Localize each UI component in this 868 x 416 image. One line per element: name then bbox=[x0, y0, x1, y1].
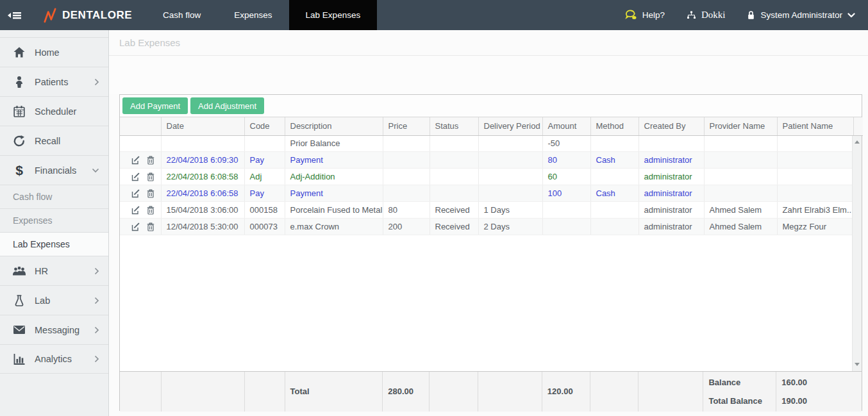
add-payment-button[interactable]: Add Payment bbox=[122, 97, 188, 114]
patients-icon bbox=[12, 76, 27, 88]
date-cell: 15/04/2018 3:06:00 bbox=[161, 202, 244, 219]
table-row: 22/04/2018 6:08:58 Adj Adj-Addition 60 a… bbox=[120, 169, 853, 185]
footer-delivery-cell bbox=[478, 372, 542, 412]
date-cell: 12/04/2018 5:30:00 bbox=[161, 219, 244, 235]
sidebar-item-label: Scheduler bbox=[35, 106, 99, 117]
edit-row-button[interactable] bbox=[131, 222, 140, 231]
sidebar-item-scheduler[interactable]: Scheduler bbox=[0, 96, 108, 126]
edit-row-button[interactable] bbox=[131, 189, 140, 198]
column-header-date[interactable]: Date bbox=[161, 117, 244, 135]
method-cell bbox=[590, 136, 638, 152]
sidebar-item-messaging[interactable]: Messaging bbox=[0, 315, 108, 344]
chevron-down-icon bbox=[847, 13, 855, 18]
delete-row-button[interactable] bbox=[147, 156, 154, 165]
edit-row-button[interactable] bbox=[131, 156, 140, 165]
sidebar-item-label: HR bbox=[35, 266, 94, 276]
edit-row-button[interactable] bbox=[131, 172, 140, 181]
footer-created-by-cell bbox=[638, 372, 703, 412]
sidebar-item-patients[interactable]: Patients bbox=[0, 67, 108, 96]
column-header-provider-name[interactable]: Provider Name bbox=[704, 117, 777, 135]
status-cell: Received bbox=[430, 219, 478, 235]
column-header-amount[interactable]: Amount bbox=[542, 117, 590, 135]
delivery-cell bbox=[478, 136, 542, 152]
column-header-description[interactable]: Description bbox=[285, 117, 383, 135]
grid-body: Prior Balance -50 bbox=[120, 136, 862, 371]
sidebar-item-recall[interactable]: Recall bbox=[0, 126, 108, 155]
column-header-price[interactable]: Price bbox=[383, 117, 430, 135]
method-cell: Cash bbox=[590, 185, 638, 202]
dollar-icon: $ bbox=[12, 163, 27, 177]
patient-cell bbox=[777, 152, 853, 169]
edit-icon bbox=[131, 206, 140, 215]
actions-cell bbox=[120, 152, 161, 169]
amount-cell: 100 bbox=[542, 185, 590, 202]
calendar-icon bbox=[12, 105, 27, 118]
table-row: 22/04/2018 6:09:30 Pay Payment 80 Cash a… bbox=[120, 152, 853, 169]
sidebar-item-financials[interactable]: $ Financials bbox=[0, 155, 108, 185]
chevron-down-icon bbox=[92, 168, 99, 173]
footer-code-cell bbox=[244, 372, 285, 412]
tab-lab-expenses[interactable]: Lab Expenses bbox=[289, 0, 378, 30]
price-cell bbox=[383, 136, 430, 152]
top-navbar: DENTALORE Cash flow Expenses Lab Expense… bbox=[0, 0, 868, 30]
column-header-delivery-period[interactable]: Delivery Period bbox=[478, 117, 542, 135]
column-header-code[interactable]: Code bbox=[244, 117, 285, 135]
sidebar-collapse-button[interactable] bbox=[0, 0, 29, 30]
brand-logo[interactable]: DENTALORE bbox=[44, 0, 132, 30]
sidebar-item-label: Recall bbox=[35, 136, 99, 146]
chevron-right-icon bbox=[94, 78, 99, 86]
sidebar-item-label: Lab bbox=[35, 295, 94, 306]
delete-row-button[interactable] bbox=[147, 172, 154, 181]
provider-cell bbox=[704, 152, 777, 169]
edit-icon bbox=[131, 222, 140, 231]
help-menu[interactable]: Help? bbox=[625, 10, 665, 21]
tab-expenses[interactable]: Expenses bbox=[217, 0, 288, 30]
sidebar-item-analytics[interactable]: Analytics bbox=[0, 344, 108, 374]
delete-row-button[interactable] bbox=[147, 206, 154, 215]
price-cell bbox=[383, 152, 430, 169]
column-header-patient-name[interactable]: Patient Name bbox=[777, 117, 853, 135]
sidebar-item-hr[interactable]: HR bbox=[0, 256, 108, 285]
navbar-tabs: Cash flow Expenses Lab Expenses bbox=[146, 0, 377, 30]
sidebar-item-cash-flow[interactable]: Cash flow bbox=[0, 185, 108, 208]
total-balance-label: Total Balance bbox=[708, 396, 776, 406]
help-chat-icon bbox=[625, 10, 637, 21]
description-cell: Payment bbox=[285, 152, 383, 169]
tab-cash-flow[interactable]: Cash flow bbox=[146, 0, 217, 30]
column-header-method[interactable]: Method bbox=[590, 117, 638, 135]
created-by-cell: administrator bbox=[638, 169, 704, 185]
created-by-cell: administrator bbox=[638, 219, 704, 235]
column-header-created-by[interactable]: Created By bbox=[638, 117, 704, 135]
chevron-right-icon bbox=[94, 267, 99, 275]
total-balance-value: 190.00 bbox=[781, 396, 862, 406]
date-cell: 22/04/2018 6:08:58 bbox=[161, 169, 244, 185]
actions-cell bbox=[120, 169, 161, 185]
price-cell bbox=[383, 169, 430, 185]
created-by-cell bbox=[638, 136, 704, 152]
sidebar-item-lab[interactable]: Lab bbox=[0, 285, 108, 315]
provider-cell bbox=[704, 136, 777, 152]
user-menu[interactable]: System Administrator bbox=[747, 10, 855, 20]
scroll-up-arrow[interactable] bbox=[853, 137, 862, 147]
footer-balance-values: 160.00 190.00 bbox=[776, 372, 862, 412]
description-cell: Adj-Addition bbox=[285, 169, 383, 185]
sidebar-item-expenses[interactable]: Expenses bbox=[0, 208, 108, 232]
edit-icon bbox=[131, 156, 140, 165]
clinic-menu[interactable]: Dokki bbox=[687, 10, 726, 21]
delivery-cell bbox=[478, 185, 542, 202]
scroll-down-arrow[interactable] bbox=[853, 360, 862, 370]
column-header-status[interactable]: Status bbox=[430, 117, 478, 135]
sidebar-item-label: Financials bbox=[35, 165, 92, 176]
vertical-scrollbar[interactable] bbox=[852, 136, 862, 371]
edit-row-button[interactable] bbox=[131, 206, 140, 215]
delete-row-button[interactable] bbox=[147, 222, 154, 231]
patient-cell bbox=[777, 169, 853, 185]
delete-row-button[interactable] bbox=[147, 189, 154, 198]
footer-method-cell bbox=[590, 372, 638, 412]
sidebar-item-lab-expenses[interactable]: Lab Expenses bbox=[0, 232, 108, 256]
add-adjustment-button[interactable]: Add Adjustment bbox=[190, 97, 264, 114]
sidebar-item-label: Analytics bbox=[35, 354, 94, 364]
navbar-right: Help? Dokki System Administrator bbox=[625, 0, 868, 30]
created-by-cell: administrator bbox=[638, 185, 704, 202]
sidebar-item-home[interactable]: Home bbox=[0, 37, 108, 67]
